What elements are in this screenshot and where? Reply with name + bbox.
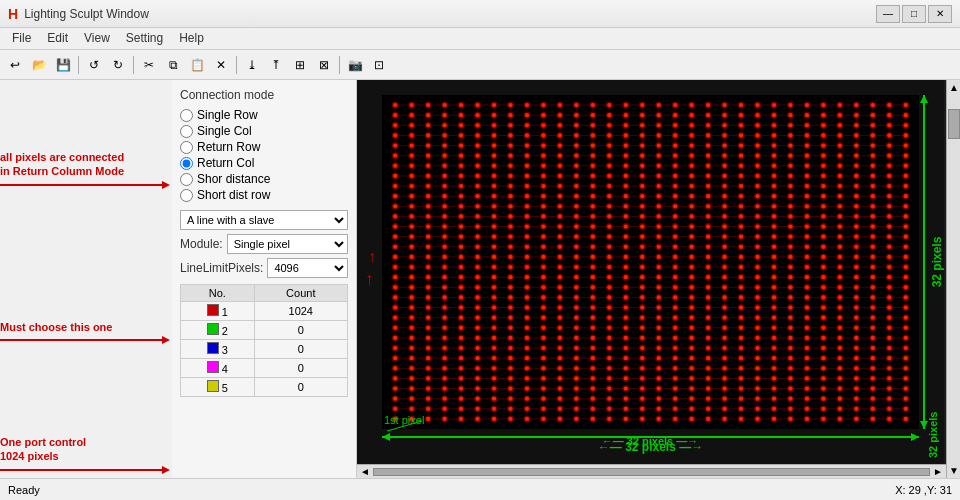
table-cell-count: 0 [254,321,347,340]
scrollbar-thumb-h[interactable] [373,468,930,476]
minimize-button[interactable]: — [876,5,900,23]
menu-bar: File Edit View Setting Help [0,28,960,50]
menu-view[interactable]: View [76,30,118,47]
toolbar-export[interactable]: ⊡ [368,54,390,76]
table-cell-count: 1024 [254,302,347,321]
toolbar-fwd[interactable]: ↻ [107,54,129,76]
line-limit-row: LineLimitPixels: 4096 [180,258,348,278]
line-limit-label: LineLimitPixels: [180,261,263,275]
line-select-row: A line with a slave B line with a slave [180,210,348,230]
module-label: Module: [180,237,223,251]
radio-single-row-input[interactable] [180,109,193,122]
table-cell-no: 5 [181,378,255,397]
annotation-arrow-must [0,336,170,344]
radio-return-col-input[interactable] [180,157,193,170]
radio-return-row[interactable]: Return Row [180,140,348,154]
table-row: 1 1024 [181,302,348,321]
toolbar-cut[interactable]: ✂ [138,54,160,76]
radio-shor-dist[interactable]: Shor distance [180,172,348,186]
toolbar-delete[interactable]: ✕ [210,54,232,76]
table-cell-count: 0 [254,340,347,359]
toolbar-sep4 [339,56,340,74]
table-row: 3 0 [181,340,348,359]
table-cell-count: 0 [254,359,347,378]
menu-file[interactable]: File [4,30,39,47]
vertical-dimension: 32 pixels [924,90,942,458]
toolbar-up[interactable]: ⤒ [265,54,287,76]
menu-help[interactable]: Help [171,30,212,47]
control-panel: Connection mode Single Row Single Col Re… [172,80,357,478]
scrollbar-vertical[interactable]: ▲ ▼ [946,80,960,478]
color-swatch [207,361,219,373]
toolbar-sep3 [236,56,237,74]
status-ready: Ready [8,484,40,496]
radio-short-dist-row[interactable]: Short dist row [180,188,348,202]
scrollbar-thumb-v[interactable] [948,109,960,139]
scrollbar-horizontal[interactable]: ◄ ► [357,464,946,478]
status-coords: X: 29 ,Y: 31 [895,484,952,496]
connection-mode-label: Connection mode [180,88,348,102]
toolbar-sep1 [78,56,79,74]
main-area: all pixels are connectedin Return Column… [0,80,960,478]
radio-return-row-input[interactable] [180,141,193,154]
radio-single-col[interactable]: Single Col [180,124,348,138]
menu-edit[interactable]: Edit [39,30,76,47]
table-cell-count: 0 [254,378,347,397]
toolbar-paste[interactable]: 📋 [186,54,208,76]
color-swatch [207,304,219,316]
connection-mode-group: Single Row Single Col Return Row Return … [180,108,348,202]
radio-single-row[interactable]: Single Row [180,108,348,122]
table-row: 4 0 [181,359,348,378]
horizontal-dimension: ←— 32 pixels —→ [372,432,928,450]
annotation-port: One port control1024 pixels [0,435,170,474]
radio-single-col-input[interactable] [180,125,193,138]
toolbar: ↩ 📂 💾 ↺ ↻ ✂ ⧉ 📋 ✕ ⤓ ⤒ ⊞ ⊠ 📷 ⊡ [0,50,960,80]
led-canvas [357,80,944,464]
toolbar-open[interactable]: 📂 [28,54,50,76]
menu-setting[interactable]: Setting [118,30,171,47]
annotation-return-col: all pixels are connectedin Return Column… [0,150,170,189]
color-swatch [207,380,219,392]
toolbar-undo[interactable]: ↩ [4,54,26,76]
left-annotation-panel: all pixels are connectedin Return Column… [0,80,172,478]
table-row: 2 0 [181,321,348,340]
title-bar: H Lighting Sculpt Window — □ ✕ [0,0,960,28]
table-header-no: No. [181,285,255,302]
module-dropdown[interactable]: Single pixel [227,234,348,254]
line-limit-dropdown[interactable]: 4096 [267,258,348,278]
color-swatch [207,342,219,354]
maximize-button[interactable]: □ [902,5,926,23]
annotation-must: Must choose this one [0,320,170,344]
pixel-count-table: No. Count 1 1024 2 0 3 0 [180,284,348,397]
status-bar: Ready X: 29 ,Y: 31 [0,478,960,500]
annotation-text-top: all pixels are connectedin Return Column… [0,150,170,179]
annotation-arrow-port [0,466,170,474]
window-controls: — □ ✕ [876,5,952,23]
annotation-text-port: One port control1024 pixels [0,435,170,464]
line-select-dropdown[interactable]: A line with a slave B line with a slave [180,210,348,230]
toolbar-photo[interactable]: 📷 [344,54,366,76]
toolbar-down[interactable]: ⤓ [241,54,263,76]
toolbar-copy[interactable]: ⧉ [162,54,184,76]
toolbar-save[interactable]: 💾 [52,54,74,76]
table-cell-no: 3 [181,340,255,359]
table-row: 5 0 [181,378,348,397]
radio-return-col[interactable]: Return Col [180,156,348,170]
toolbar-close-grid[interactable]: ⊠ [313,54,335,76]
toolbar-back[interactable]: ↺ [83,54,105,76]
radio-short-dist-row-input[interactable] [180,189,193,202]
module-row: Module: Single pixel [180,234,348,254]
annotation-text-must: Must choose this one [0,320,170,334]
toolbar-grid[interactable]: ⊞ [289,54,311,76]
canvas-area: 32 pixels ←— 32 pixels —→ ↑ ▲ ▼ ◄ ► [357,80,960,478]
radio-shor-dist-input[interactable] [180,173,193,186]
table-cell-no: 1 [181,302,255,321]
toolbar-sep2 [133,56,134,74]
window-title: Lighting Sculpt Window [24,7,149,21]
close-button[interactable]: ✕ [928,5,952,23]
table-cell-no: 4 [181,359,255,378]
table-cell-no: 2 [181,321,255,340]
table-header-count: Count [254,285,347,302]
app-icon: H [8,6,18,22]
red-arrow-up-icon: ↑ [365,269,374,290]
